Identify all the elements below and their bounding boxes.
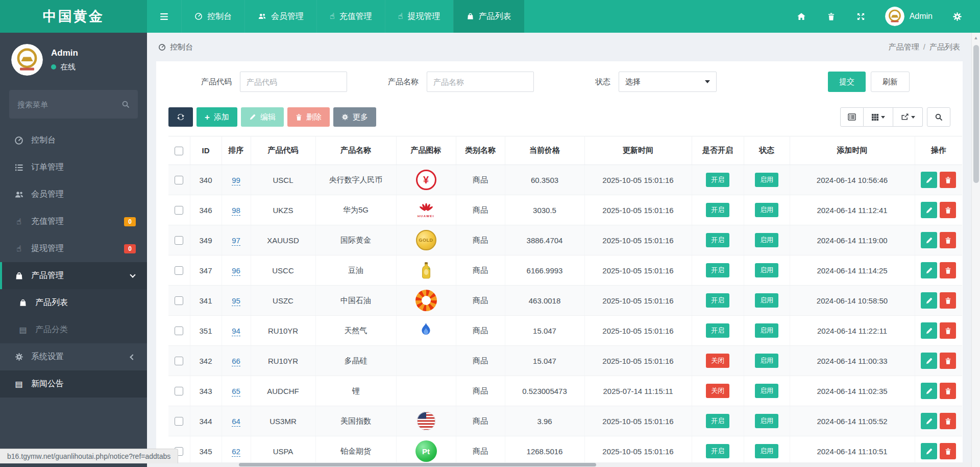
open-state-badge[interactable]: 关闭 bbox=[706, 354, 729, 368]
nav-tab-recharge[interactable]: ☝ 充值管理 bbox=[316, 0, 385, 33]
status-badge[interactable]: 启用 bbox=[755, 354, 778, 368]
open-state-badge[interactable]: 开启 bbox=[706, 323, 729, 338]
row-delete-button[interactable] bbox=[940, 383, 956, 399]
row-checkbox[interactable] bbox=[175, 266, 183, 275]
col-header-name[interactable]: 产品名称 bbox=[315, 136, 396, 165]
row-checkbox[interactable] bbox=[175, 326, 183, 335]
col-header-updated[interactable]: 更新时间 bbox=[584, 136, 692, 165]
row-delete-button[interactable] bbox=[940, 232, 956, 248]
brand-logo[interactable]: 中国黄金 bbox=[0, 0, 147, 33]
vertical-scrollbar-thumb[interactable] bbox=[973, 45, 979, 183]
refresh-filter-button[interactable]: 刷新 bbox=[871, 72, 910, 92]
open-state-badge[interactable]: 开启 bbox=[706, 414, 729, 428]
export-button[interactable] bbox=[893, 107, 923, 127]
row-checkbox[interactable] bbox=[175, 296, 183, 305]
status-select[interactable]: 选择 bbox=[619, 72, 717, 92]
detail-view-button[interactable] bbox=[840, 107, 864, 127]
sort-editable-link[interactable]: 98 bbox=[232, 206, 240, 216]
row-checkbox[interactable] bbox=[175, 357, 183, 365]
row-edit-button[interactable] bbox=[921, 292, 937, 309]
row-edit-button[interactable] bbox=[921, 172, 937, 188]
status-badge[interactable]: 启用 bbox=[755, 203, 778, 217]
row-edit-button[interactable] bbox=[921, 383, 937, 399]
col-header-open[interactable]: 是否开启 bbox=[692, 136, 744, 165]
sidebar-item-product-list[interactable]: 产品列表 bbox=[0, 289, 147, 316]
row-delete-button[interactable] bbox=[940, 292, 956, 309]
menu-search-box[interactable] bbox=[9, 90, 138, 119]
select-all-checkbox[interactable] bbox=[175, 147, 183, 155]
nav-tab-dashboard[interactable]: 控制台 bbox=[181, 0, 244, 33]
sort-editable-link[interactable]: 97 bbox=[232, 236, 240, 246]
toggle-search-button[interactable] bbox=[927, 107, 950, 127]
sidebar-item-news[interactable]: ▤ 新闻公告 bbox=[0, 370, 147, 398]
sidebar-item-members[interactable]: 会员管理 bbox=[0, 181, 147, 208]
row-edit-button[interactable] bbox=[921, 413, 937, 429]
menu-search-input[interactable] bbox=[17, 100, 121, 109]
sidebar-item-products[interactable]: 产品管理 bbox=[0, 262, 147, 289]
row-checkbox[interactable] bbox=[175, 176, 183, 184]
sidebar-toggle-button[interactable] bbox=[147, 0, 181, 33]
horizontal-scrollbar[interactable] bbox=[147, 462, 971, 467]
sidebar-item-withdraw[interactable]: ☝ 提现管理 0 bbox=[0, 235, 147, 262]
sidebar-item-product-category[interactable]: ▤ 产品分类 bbox=[0, 316, 147, 343]
sidebar-item-system-settings[interactable]: 系统设置 bbox=[0, 343, 147, 370]
sidebar-item-recharge[interactable]: ☝ 充值管理 0 bbox=[0, 208, 147, 235]
product-code-input[interactable] bbox=[240, 72, 347, 92]
reload-button[interactable] bbox=[168, 107, 193, 127]
sort-editable-link[interactable]: 96 bbox=[232, 266, 240, 276]
settings-button[interactable] bbox=[942, 0, 973, 33]
col-header-code[interactable]: 产品代码 bbox=[251, 136, 315, 165]
status-badge[interactable]: 启用 bbox=[755, 384, 778, 398]
status-badge[interactable]: 启用 bbox=[755, 293, 778, 308]
col-header-sort[interactable]: 排序 bbox=[222, 136, 251, 165]
row-edit-button[interactable] bbox=[921, 262, 937, 278]
row-delete-button[interactable] bbox=[940, 353, 956, 369]
row-edit-button[interactable] bbox=[921, 443, 937, 459]
status-badge[interactable]: 启用 bbox=[755, 263, 778, 277]
vertical-scrollbar[interactable]: ▲ bbox=[971, 33, 980, 467]
clear-cache-button[interactable] bbox=[817, 0, 846, 33]
row-delete-button[interactable] bbox=[940, 322, 956, 339]
add-button[interactable]: +添加 bbox=[197, 107, 237, 127]
status-badge[interactable]: 启用 bbox=[755, 323, 778, 338]
col-header-id[interactable]: ID bbox=[190, 136, 222, 165]
sort-editable-link[interactable]: 94 bbox=[232, 326, 240, 336]
row-edit-button[interactable] bbox=[921, 322, 937, 339]
row-edit-button[interactable] bbox=[921, 353, 937, 369]
row-delete-button[interactable] bbox=[940, 443, 956, 459]
nav-tab-members[interactable]: 会员管理 bbox=[244, 0, 316, 33]
row-edit-button[interactable] bbox=[921, 232, 937, 248]
status-badge[interactable]: 启用 bbox=[755, 173, 778, 187]
row-delete-button[interactable] bbox=[940, 202, 956, 218]
open-state-badge[interactable]: 开启 bbox=[706, 233, 729, 247]
columns-view-button[interactable] bbox=[864, 107, 893, 127]
sort-editable-link[interactable]: 64 bbox=[232, 417, 240, 427]
open-state-badge[interactable]: 开启 bbox=[706, 263, 729, 277]
scroll-up-arrow[interactable]: ▲ bbox=[972, 33, 980, 40]
product-name-input[interactable] bbox=[427, 72, 534, 92]
row-delete-button[interactable] bbox=[940, 262, 956, 278]
status-badge[interactable]: 启用 bbox=[755, 414, 778, 428]
open-state-badge[interactable]: 关闭 bbox=[706, 384, 729, 398]
user-menu[interactable]: Admin bbox=[876, 7, 942, 26]
nav-tab-product-list[interactable]: 产品列表 bbox=[453, 0, 524, 33]
fullscreen-button[interactable] bbox=[846, 0, 876, 33]
breadcrumb-home[interactable]: 控制台 bbox=[170, 42, 193, 52]
open-state-badge[interactable]: 开启 bbox=[706, 293, 729, 308]
home-button[interactable] bbox=[786, 0, 817, 33]
status-badge[interactable]: 启用 bbox=[755, 444, 778, 458]
open-state-badge[interactable]: 开启 bbox=[706, 444, 729, 458]
sidebar-item-dashboard[interactable]: 控制台 bbox=[0, 127, 147, 154]
breadcrumb-parent[interactable]: 产品管理 bbox=[889, 42, 919, 51]
sort-editable-link[interactable]: 65 bbox=[232, 387, 240, 396]
sort-editable-link[interactable]: 66 bbox=[232, 357, 240, 366]
row-checkbox[interactable] bbox=[175, 206, 183, 215]
col-header-price[interactable]: 当前价格 bbox=[505, 136, 584, 165]
sort-editable-link[interactable]: 62 bbox=[232, 447, 240, 457]
more-button[interactable]: 更多 bbox=[333, 107, 376, 127]
open-state-badge[interactable]: 开启 bbox=[706, 173, 729, 187]
nav-tab-withdraw[interactable]: ☝ 提现管理 bbox=[385, 0, 453, 33]
sidebar-item-orders[interactable]: 订单管理 bbox=[0, 154, 147, 181]
row-edit-button[interactable] bbox=[921, 202, 937, 218]
col-header-status[interactable]: 状态 bbox=[744, 136, 790, 165]
